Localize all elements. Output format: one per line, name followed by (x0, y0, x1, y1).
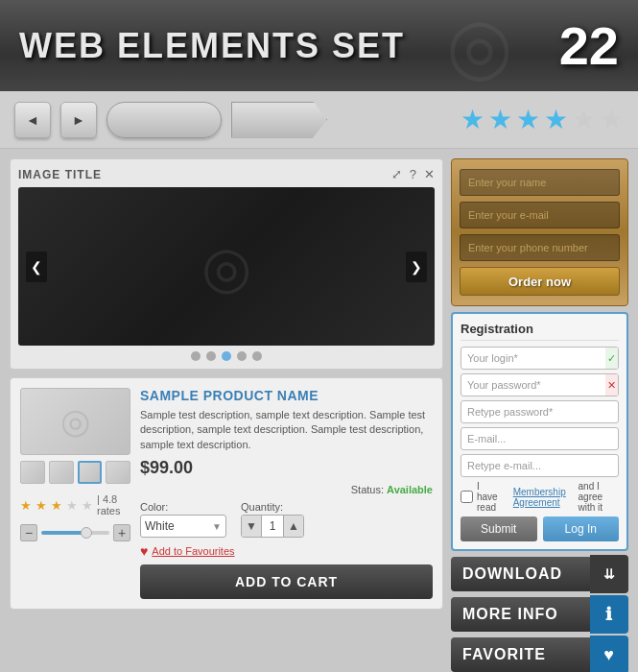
retype-email-input[interactable] (461, 460, 618, 471)
more-info-button[interactable]: MORE INFO ℹ (451, 597, 628, 632)
nav-arrow-shape[interactable] (231, 102, 327, 138)
right-panel: Order now Registration ✓ ✕ (451, 158, 628, 672)
registration-buttons: Submit Log In (461, 516, 619, 541)
viewer-nav-right[interactable]: ❯ (406, 252, 427, 282)
main-content: IMAGE TITLE ⤢ ? ✕ ◎ ❮ ❯ (0, 149, 638, 672)
submit-button[interactable]: Submit (461, 516, 537, 541)
product-thumb-1[interactable] (20, 461, 45, 484)
star-5: ★ (572, 104, 596, 135)
add-to-cart-button[interactable]: ADD TO CART (140, 564, 433, 599)
product-status-row: Status: Available (140, 484, 433, 495)
prev-button[interactable]: ◄ (14, 102, 51, 138)
header-number: 22 (559, 14, 619, 77)
agreement-row: I have read Membership Agreement and I a… (461, 481, 619, 513)
email-input-row (461, 427, 619, 450)
p-star-5: ★ (82, 498, 93, 513)
star-2: ★ (488, 104, 512, 135)
dot-3[interactable] (222, 351, 231, 361)
add-to-favourites-link[interactable]: Add to Favourites (152, 545, 234, 557)
p-star-4: ★ (66, 498, 78, 513)
left-panel: IMAGE TITLE ⤢ ? ✕ ◎ ❮ ❯ (10, 158, 443, 672)
quantity-value: 1 (261, 515, 284, 538)
product-options-row: Color: White ▼ Quantity: ▼ 1 ▲ (140, 501, 433, 538)
product-main-image: ◎ (20, 388, 130, 455)
product-image-watermark: ◎ (60, 401, 90, 442)
help-icon[interactable]: ? (410, 167, 416, 181)
login-valid-icon: ✓ (605, 347, 618, 370)
order-phone-input[interactable] (460, 234, 620, 261)
email-input[interactable] (461, 433, 618, 444)
rating-stars: ★ ★ ★ ★ ★ ★ (461, 104, 624, 135)
product-thumb-4[interactable] (106, 461, 130, 484)
navbar: ◄ ► ★ ★ ★ ★ ★ ★ (0, 91, 638, 149)
zoom-slider-row: − + (20, 524, 130, 541)
password-invalid-icon: ✕ (605, 373, 618, 396)
star-4: ★ (544, 104, 568, 135)
download-button[interactable]: DOWNLOAD ⇊ (451, 557, 628, 591)
image-dots (18, 351, 435, 361)
login-input-row: ✓ (461, 347, 619, 370)
zoom-minus-button[interactable]: − (20, 524, 37, 541)
registration-box: Registration ✓ ✕ I have read Members (451, 312, 628, 551)
zoom-plus-button[interactable]: + (113, 524, 130, 541)
download-label: DOWNLOAD (462, 565, 562, 583)
agreement-suffix: and I agree with it (579, 481, 619, 513)
login-input[interactable] (461, 352, 605, 364)
heart-icon: ♥ (590, 636, 628, 672)
password-input-row: ✕ (461, 373, 619, 396)
order-name-input[interactable] (460, 169, 620, 196)
star-6: ★ (600, 104, 624, 135)
quantity-decrease-button[interactable]: ▼ (242, 515, 261, 538)
agreement-checkbox[interactable] (461, 491, 473, 503)
agreement-text: I have read (477, 481, 503, 513)
header: WEB ELEMENTS SET ◎ 22 (0, 0, 638, 91)
password-input[interactable] (461, 379, 605, 391)
star-1: ★ (461, 104, 484, 135)
quantity-option-group: Quantity: ▼ 1 ▲ (241, 501, 304, 538)
retype-email-input-row (461, 454, 619, 477)
favourite-label: FAVORITE (462, 646, 546, 663)
dot-1[interactable] (191, 351, 201, 361)
retype-password-input[interactable] (461, 406, 618, 418)
expand-icon[interactable]: ⤢ (391, 167, 402, 181)
p-star-2: ★ (35, 498, 47, 513)
product-thumbs-row (20, 461, 130, 484)
product-rating-row: ★ ★ ★ ★ ★ | 4.8 rates (20, 493, 130, 516)
product-name: SAMPLE PRODUCT NAME (140, 388, 433, 403)
dot-2[interactable] (206, 351, 216, 361)
membership-agreement-link[interactable]: Membership Agreement (513, 487, 568, 508)
quantity-control: ▼ 1 ▲ (241, 515, 304, 538)
favourite-heart-icon[interactable]: ♥ (140, 543, 148, 559)
dot-4[interactable] (237, 351, 247, 361)
status-label: Status: (351, 484, 384, 495)
status-value: Available (387, 484, 433, 495)
close-icon[interactable]: ✕ (424, 167, 435, 181)
viewer-nav-left[interactable]: ❮ (26, 252, 47, 282)
quantity-increase-button[interactable]: ▲ (284, 515, 303, 538)
order-email-input[interactable] (460, 202, 620, 228)
more-info-label: MORE INFO (462, 606, 558, 623)
zoom-slider[interactable] (41, 531, 109, 535)
retype-password-input-row (461, 400, 619, 423)
nav-pill[interactable] (106, 102, 222, 138)
header-title: WEB ELEMENTS SET (19, 26, 405, 66)
image-viewer-controls: ⤢ ? ✕ (391, 167, 435, 181)
rating-count: | 4.8 rates (97, 493, 130, 516)
zoom-slider-thumb[interactable] (81, 527, 92, 539)
canvas-watermark: ◎ (201, 233, 251, 300)
star-3: ★ (516, 104, 540, 135)
product-thumbnail-area: ◎ ★ ★ ★ ★ ★ | 4.8 rates − (20, 388, 130, 599)
favourite-button[interactable]: FAVORITE ♥ (451, 637, 628, 672)
color-select[interactable]: White ▼ (140, 515, 226, 538)
product-thumb-3[interactable] (78, 461, 103, 484)
header-bg-icon: ◎ (446, 1, 513, 90)
dot-5[interactable] (252, 351, 262, 361)
image-viewer: IMAGE TITLE ⤢ ? ✕ ◎ ❮ ❯ (10, 158, 443, 370)
next-button[interactable]: ► (60, 102, 97, 138)
favourite-row: ♥ Add to Favourites (140, 543, 433, 559)
color-option-group: Color: White ▼ (140, 501, 226, 538)
login-button[interactable]: Log In (543, 516, 620, 541)
quantity-label: Quantity: (241, 501, 304, 513)
product-thumb-2[interactable] (49, 461, 74, 484)
order-now-button[interactable]: Order now (460, 267, 620, 296)
